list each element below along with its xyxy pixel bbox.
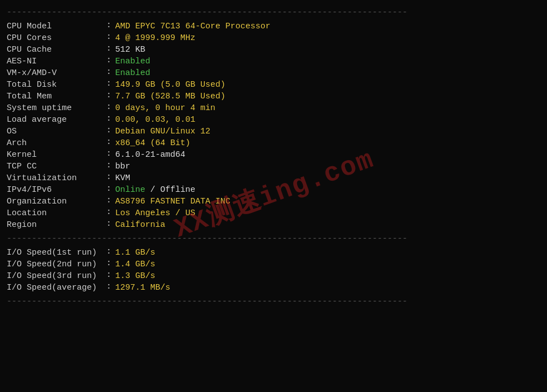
row-value: AS8796 FASTNET DATA INC <box>115 196 540 207</box>
io-speed-table: I/O Speed(1st run):1.1 GB/sI/O Speed(2nd… <box>7 247 540 294</box>
row-label: System uptime <box>7 102 104 114</box>
row-value: Enabled <box>115 67 540 79</box>
row-value: 0 days, 0 hour 4 min <box>115 102 540 114</box>
table-row: I/O Speed(1st run):1.1 GB/s <box>7 247 540 259</box>
row-label: OS <box>7 126 104 137</box>
row-value: 0.00, 0.03, 0.01 <box>115 114 540 126</box>
row-colon: : <box>104 114 115 126</box>
table-row: Virtualization:KVM <box>7 172 540 184</box>
row-label: CPU Model <box>7 21 104 32</box>
row-value: AMD EPYC 7C13 64-Core Processor <box>115 21 540 32</box>
table-row: Total Disk:149.9 GB (5.0 GB Used) <box>7 79 540 91</box>
row-value: California <box>115 219 540 231</box>
row-colon: : <box>104 67 115 79</box>
row-label: Load average <box>7 114 104 126</box>
table-row: CPU Model:AMD EPYC 7C13 64-Core Processo… <box>7 21 540 32</box>
table-row: CPU Cores:4 @ 1999.999 MHz <box>7 32 540 44</box>
table-row: TCP CC:bbr <box>7 161 540 172</box>
row-label: I/O Speed(3rd run) <box>7 270 104 282</box>
row-value: bbr <box>115 161 540 172</box>
row-colon: : <box>104 282 115 294</box>
row-colon: : <box>104 259 115 270</box>
row-label: Arch <box>7 137 104 149</box>
row-value: 149.9 GB (5.0 GB Used) <box>115 79 540 91</box>
table-row: Total Mem:7.7 GB (528.5 MB Used) <box>7 91 540 102</box>
table-row: Region:California <box>7 219 540 231</box>
row-label: I/O Speed(average) <box>7 282 104 294</box>
row-label: Organization <box>7 196 104 207</box>
row-value: 1.3 GB/s <box>115 270 540 282</box>
table-row: Arch:x86_64 (64 Bit) <box>7 137 540 149</box>
table-row: I/O Speed(average):1297.1 MB/s <box>7 282 540 294</box>
row-label: I/O Speed(2nd run) <box>7 259 104 270</box>
row-colon: : <box>104 149 115 161</box>
table-row: VM-x/AMD-V:Enabled <box>7 67 540 79</box>
table-row: Kernel:6.1.0-21-amd64 <box>7 149 540 161</box>
row-label: Region <box>7 219 104 231</box>
row-value: Online / Offline <box>115 184 540 196</box>
row-label: AES-NI <box>7 56 104 67</box>
row-value: Enabled <box>115 56 540 67</box>
row-value: 4 @ 1999.999 MHz <box>115 32 540 44</box>
row-label: I/O Speed(1st run) <box>7 247 104 259</box>
table-row: I/O Speed(3rd run):1.3 GB/s <box>7 270 540 282</box>
row-value: 1.4 GB/s <box>115 259 540 270</box>
table-row: CPU Cache:512 KB <box>7 44 540 56</box>
row-label: Total Mem <box>7 91 104 102</box>
system-info-table: CPU Model:AMD EPYC 7C13 64-Core Processo… <box>7 21 540 231</box>
row-value: Debian GNU/Linux 12 <box>115 126 540 137</box>
row-colon: : <box>104 137 115 149</box>
row-value: 7.7 GB (528.5 MB Used) <box>115 91 540 102</box>
row-label: Location <box>7 207 104 219</box>
row-label: Virtualization <box>7 172 104 184</box>
row-colon: : <box>104 102 115 114</box>
table-row: I/O Speed(2nd run):1.4 GB/s <box>7 259 540 270</box>
row-value: 512 KB <box>115 44 540 56</box>
row-label: TCP CC <box>7 161 104 172</box>
row-value: KVM <box>115 172 540 184</box>
row-colon: : <box>104 126 115 137</box>
row-colon: : <box>104 32 115 44</box>
row-colon: : <box>104 196 115 207</box>
top-divider: ----------------------------------------… <box>7 8 540 17</box>
row-colon: : <box>104 219 115 231</box>
table-row: Organization:AS8796 FASTNET DATA INC <box>7 196 540 207</box>
row-colon: : <box>104 79 115 91</box>
row-colon: : <box>104 44 115 56</box>
row-colon: : <box>104 184 115 196</box>
table-row: OS:Debian GNU/Linux 12 <box>7 126 540 137</box>
row-colon: : <box>104 172 115 184</box>
row-colon: : <box>104 270 115 282</box>
row-value: 6.1.0-21-amd64 <box>115 149 540 161</box>
row-colon: : <box>104 21 115 32</box>
row-colon: : <box>104 247 115 259</box>
table-row: Load average:0.00, 0.03, 0.01 <box>7 114 540 126</box>
table-row: IPv4/IPv6:Online / Offline <box>7 184 540 196</box>
table-row: System uptime:0 days, 0 hour 4 min <box>7 102 540 114</box>
row-label: Total Disk <box>7 79 104 91</box>
mid-divider: ----------------------------------------… <box>7 234 540 244</box>
row-label: VM-x/AMD-V <box>7 67 104 79</box>
bottom-divider: ----------------------------------------… <box>7 297 540 306</box>
row-value: 1.1 GB/s <box>115 247 540 259</box>
row-value: Los Angeles / US <box>115 207 540 219</box>
row-colon: : <box>104 91 115 102</box>
row-value: x86_64 (64 Bit) <box>115 137 540 149</box>
row-colon: : <box>104 207 115 219</box>
row-label: CPU Cache <box>7 44 104 56</box>
table-row: Location:Los Angeles / US <box>7 207 540 219</box>
row-colon: : <box>104 161 115 172</box>
row-label: CPU Cores <box>7 32 104 44</box>
row-label: Kernel <box>7 149 104 161</box>
row-colon: : <box>104 56 115 67</box>
table-row: AES-NI:Enabled <box>7 56 540 67</box>
row-value: 1297.1 MB/s <box>115 282 540 294</box>
row-label: IPv4/IPv6 <box>7 184 104 196</box>
